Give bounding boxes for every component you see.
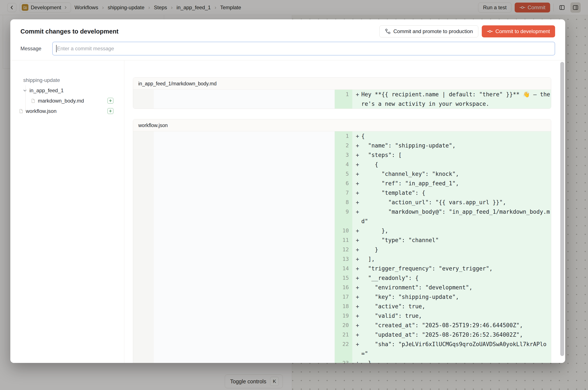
diff-line: 16 + "environment": "development",	[133, 283, 551, 292]
diff-new-line-number: 6	[335, 179, 352, 188]
diff-line: 21 + "updated_at": "2025-08-26T20:26:52.…	[133, 330, 551, 340]
diff-line: 8 + "action_url": "{{ vars.app_url }}",	[133, 197, 551, 207]
commit-to-development-label: Commit to development	[495, 28, 550, 34]
diff-plus-sign: +	[354, 188, 361, 197]
diff-new-line-number: 15	[335, 273, 352, 283]
diff-plus-sign: +	[354, 311, 361, 321]
diff-new-line-number: 9	[335, 207, 352, 226]
tree-folder-label: in_app_feed_1	[29, 88, 64, 94]
diff-code-text: "__readonly": {	[361, 273, 551, 283]
diff-added-line: + "trigger_frequency": "every_trigger",	[352, 264, 551, 273]
diff-plus-sign: +	[354, 141, 361, 150]
modal-scrollbar[interactable]	[560, 62, 564, 356]
diff-old-code	[154, 169, 335, 179]
diff-old-line-number	[133, 283, 154, 292]
commit-modal: Commit changes to development Commit and…	[10, 19, 565, 363]
diff-old-code	[154, 188, 335, 197]
diff-body: 1 + { 2 + "name": "shipping-update", 3 +…	[133, 131, 551, 363]
commit-and-promote-button[interactable]: Commit and promote to production	[379, 25, 478, 37]
diff-old-line-number	[133, 358, 154, 363]
diff-old-code	[154, 330, 335, 340]
diff-old-code	[154, 197, 335, 207]
diff-old-code	[154, 131, 335, 141]
diff-old-line-number	[133, 302, 154, 311]
diff-code-text: "created_at": "2025-08-25T19:29:46.64450…	[361, 321, 551, 330]
diff-line: 1 + {	[133, 131, 551, 141]
diff-plus-sign: +	[354, 207, 361, 216]
tree-folder-in-app-feed[interactable]: in_app_feed_1	[22, 86, 64, 95]
diff-code-text: "action_url": "{{ vars.app_url }}",	[361, 197, 551, 207]
diff-added-line: + {	[352, 131, 551, 141]
diff-line: 12 + }	[133, 245, 551, 254]
diff-line: 22 + "sha": "pJeLVir6xIlUCMGqs9qroZoUAVD…	[133, 340, 551, 358]
diff-line: 13 + ],	[133, 254, 551, 264]
diff-old-code	[154, 292, 335, 302]
diff-file-name: in_app_feed_1/markdown_body.md	[133, 78, 551, 90]
diff-code-text: "trigger_frequency": "every_trigger",	[361, 264, 551, 273]
diff-plus-sign: +	[354, 226, 361, 236]
diff-card-workflow-json: workflow.json 1 + { 2 + "name": "shippin…	[133, 119, 551, 363]
diff-line: 5 + "channel_key": "knock",	[133, 169, 551, 179]
tree-file-markdown-body[interactable]: markdown_body.md	[31, 96, 84, 105]
diff-new-line-number: 18	[335, 302, 352, 311]
diff-code-text: Hey **{{ recipient.name | default: "ther…	[361, 90, 551, 109]
diff-added-line: + }	[352, 245, 551, 254]
diff-plus-sign: +	[354, 236, 361, 245]
diff-plus-sign: +	[354, 160, 361, 169]
diff-new-line-number: 4	[335, 160, 352, 169]
commit-icon	[487, 28, 493, 34]
commit-message-input[interactable]: Enter a commit message	[52, 42, 555, 55]
diff-old-line-number	[133, 179, 154, 188]
diff-plus-sign: +	[354, 169, 361, 179]
diff-new-line-number: 1	[335, 90, 352, 109]
diff-new-line-number: 23	[335, 358, 352, 363]
diff-old-code	[154, 207, 335, 226]
diff-old-line-number	[133, 188, 154, 197]
diff-old-code	[154, 302, 335, 311]
diff-new-line-number: 1	[335, 131, 352, 141]
diff-old-line-number	[133, 236, 154, 245]
diff-old-code	[154, 311, 335, 321]
diff-old-line-number	[133, 150, 154, 160]
tree-root-workflow[interactable]: shipping-update	[23, 75, 60, 85]
diff-code-text: ],	[361, 254, 551, 264]
commit-to-development-button[interactable]: Commit to development	[482, 25, 555, 37]
commit-and-promote-label: Commit and promote to production	[393, 28, 473, 34]
diff-old-code	[154, 236, 335, 245]
diff-code-text: "active": true,	[361, 302, 551, 311]
diff-new-line-number: 13	[335, 254, 352, 264]
diff-code-text: "key": "shipping-update",	[361, 292, 551, 302]
diff-code-text: "type": "channel"	[361, 236, 551, 245]
diff-old-code	[154, 283, 335, 292]
diff-plus-sign: +	[354, 197, 361, 207]
file-added-badge	[107, 108, 113, 114]
diff-old-line-number	[133, 141, 154, 150]
diff-old-code	[154, 245, 335, 254]
diff-line: 11 + "type": "channel"	[133, 236, 551, 245]
diff-old-line-number	[133, 330, 154, 340]
diff-added-line: + }	[352, 358, 551, 363]
diff-added-line: + "key": "shipping-update",	[352, 292, 551, 302]
diff-added-line: + "environment": "development",	[352, 283, 551, 292]
diff-old-code	[154, 340, 335, 358]
diff-plus-sign: +	[354, 273, 361, 283]
diff-old-code	[154, 179, 335, 188]
diff-card-markdown-body: in_app_feed_1/markdown_body.md 1 + Hey *…	[133, 77, 551, 109]
diff-old-line-number	[133, 311, 154, 321]
diff-line: 7 + "template": {	[133, 188, 551, 197]
diff-added-line: + "__readonly": {	[352, 273, 551, 283]
diff-new-line-number: 8	[335, 197, 352, 207]
diff-line: 2 + "name": "shipping-update",	[133, 141, 551, 150]
diff-line: 14 + "trigger_frequency": "every_trigger…	[133, 264, 551, 273]
tree-file-workflow-json[interactable]: workflow.json	[18, 106, 56, 116]
diff-line: 17 + "key": "shipping-update",	[133, 292, 551, 302]
diff-old-line-number	[133, 169, 154, 179]
diff-old-line-number	[133, 226, 154, 236]
diff-file-name: workflow.json	[133, 119, 551, 131]
diff-code-text: {	[361, 160, 551, 169]
diff-line: 9 + "markdown_body@": "in_app_feed_1/mar…	[133, 207, 551, 226]
diff-added-line: + "name": "shipping-update",	[352, 141, 551, 150]
diff-plus-sign: +	[354, 131, 361, 141]
diff-old-code	[154, 160, 335, 169]
diff-plus-sign: +	[354, 340, 361, 349]
